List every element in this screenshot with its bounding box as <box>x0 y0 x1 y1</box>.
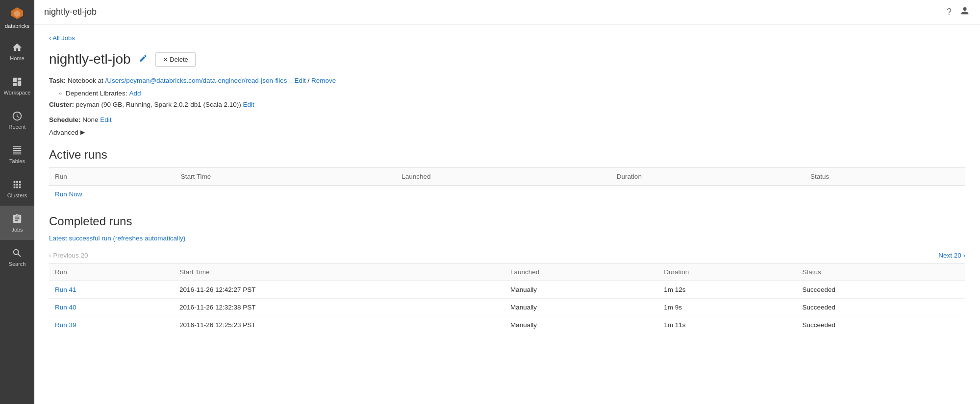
sidebar: databricks Home Workspace Recent Tables … <box>0 0 34 404</box>
sidebar-item-label-jobs: Jobs <box>11 227 23 233</box>
search-icon <box>11 247 23 259</box>
run-now-row: Run Now <box>49 185 965 203</box>
task-separator: – <box>289 77 294 84</box>
pagination: ‹ Previous 20 Next 20 › <box>49 252 965 259</box>
duration-cell: 1m 9s <box>658 298 796 316</box>
topbar: nightly-etl-job ? <box>34 0 980 24</box>
advanced-arrow-icon: ▶ <box>80 129 85 136</box>
comp-col-duration: Duration <box>658 263 796 281</box>
cluster-label: Cluster: <box>49 101 74 108</box>
table-row: Run 39 2016-11-26 12:25:23 PST Manually … <box>49 316 965 333</box>
prev-20-button[interactable]: ‹ Previous 20 <box>49 252 88 259</box>
active-runs-title: Active runs <box>49 148 965 162</box>
run-link[interactable]: Run 41 <box>55 286 76 293</box>
advanced-label: Advanced <box>49 129 78 136</box>
sidebar-item-label-search: Search <box>9 261 26 267</box>
start-time-cell: 2016-11-26 12:42:27 PST <box>174 281 504 298</box>
start-time-cell: 2016-11-26 12:32:38 PST <box>174 298 504 316</box>
help-icon[interactable]: ? <box>947 7 952 17</box>
topbar-title: nightly-etl-job <box>44 7 97 17</box>
sidebar-item-home[interactable]: Home <box>0 34 34 69</box>
comp-col-run: Run <box>49 263 174 281</box>
active-col-start: Start Time <box>175 167 396 185</box>
sidebar-item-workspace[interactable]: Workspace <box>0 69 34 103</box>
task-separator2: / <box>308 77 312 84</box>
main-area: nightly-etl-job ? ‹ All Jobs nightly-etl… <box>34 0 980 404</box>
duration-cell: 1m 12s <box>658 281 796 298</box>
home-icon <box>11 42 23 53</box>
job-edit-icon[interactable] <box>139 54 148 65</box>
schedule-label: Schedule: <box>49 116 81 123</box>
task-path-link[interactable]: /Users/peyman@databricks.com/data-engine… <box>105 77 287 84</box>
workspace-icon <box>11 76 23 88</box>
sidebar-item-label-clusters: Clusters <box>7 192 27 198</box>
active-col-duration: Duration <box>611 167 804 185</box>
schedule-edit-link[interactable]: Edit <box>100 116 111 123</box>
status-cell: Succeeded <box>797 281 965 298</box>
launched-cell: Manually <box>504 281 658 298</box>
sidebar-item-recent[interactable]: Recent <box>0 103 34 137</box>
schedule-text: None <box>82 116 100 123</box>
clusters-icon <box>11 179 23 190</box>
sidebar-item-label-home: Home <box>10 55 24 61</box>
breadcrumb[interactable]: ‹ All Jobs <box>49 34 965 42</box>
sidebar-item-label-workspace: Workspace <box>4 90 31 95</box>
completed-runs-title: Completed runs <box>49 214 965 228</box>
table-row: Run 41 2016-11-26 12:42:27 PST Manually … <box>49 281 965 298</box>
status-cell: Succeeded <box>797 316 965 333</box>
dep-libraries-row: Dependent Libraries: Add <box>59 90 965 97</box>
recent-icon <box>11 110 23 122</box>
active-col-run: Run <box>49 167 175 185</box>
sidebar-item-label-tables: Tables <box>9 158 25 164</box>
cluster-text: peyman (90 GB, Running, Spark 2.0.2-db1 … <box>76 101 243 108</box>
comp-col-start: Start Time <box>174 263 504 281</box>
latest-run-link[interactable]: Latest successful run (refreshes automat… <box>49 235 185 242</box>
active-col-launched: Launched <box>396 167 611 185</box>
topbar-actions: ? <box>947 5 970 19</box>
sidebar-logo[interactable]: databricks <box>0 0 34 34</box>
run-link[interactable]: Run 39 <box>55 321 76 329</box>
tables-icon <box>11 144 23 156</box>
job-header: nightly-etl-job ✕ Delete <box>49 51 965 67</box>
active-runs-table: Run Start Time Launched Duration Status … <box>49 167 965 203</box>
task-remove-link[interactable]: Remove <box>311 77 336 84</box>
task-edit-link[interactable]: Edit <box>295 77 306 84</box>
sidebar-logo-label: databricks <box>5 23 29 29</box>
dep-libraries-add-link[interactable]: Add <box>129 90 141 97</box>
completed-runs-table: Run Start Time Launched Duration Status … <box>49 263 965 333</box>
comp-col-launched: Launched <box>504 263 658 281</box>
task-text: Notebook at <box>68 77 105 84</box>
sidebar-item-tables[interactable]: Tables <box>0 137 34 171</box>
duration-cell: 1m 11s <box>658 316 796 333</box>
content-area: ‹ All Jobs nightly-etl-job ✕ Delete Task… <box>34 24 980 404</box>
schedule-row: Schedule: None Edit <box>49 114 965 126</box>
launched-cell: Manually <box>504 298 658 316</box>
run-link[interactable]: Run 40 <box>55 304 76 311</box>
sidebar-item-jobs[interactable]: Jobs <box>0 206 34 240</box>
start-time-cell: 2016-11-26 12:25:23 PST <box>174 316 504 333</box>
table-row: Run 40 2016-11-26 12:32:38 PST Manually … <box>49 298 965 316</box>
sidebar-item-search[interactable]: Search <box>0 240 34 274</box>
comp-col-status: Status <box>797 263 965 281</box>
status-cell: Succeeded <box>797 298 965 316</box>
job-title: nightly-etl-job <box>49 51 131 67</box>
cluster-edit-link[interactable]: Edit <box>243 101 254 108</box>
user-icon[interactable] <box>959 5 970 19</box>
advanced-row[interactable]: Advanced ▶ <box>49 129 965 136</box>
job-task-row: Task: Notebook at /Users/peyman@databric… <box>49 75 965 87</box>
launched-cell: Manually <box>504 316 658 333</box>
run-now-link[interactable]: Run Now <box>55 190 82 198</box>
active-col-status: Status <box>804 167 965 185</box>
dep-libraries-label: Dependent Libraries: <box>66 90 127 97</box>
sidebar-item-clusters[interactable]: Clusters <box>0 171 34 206</box>
jobs-icon <box>11 213 23 225</box>
delete-button[interactable]: ✕ Delete <box>155 52 196 67</box>
task-label: Task: <box>49 77 66 84</box>
cluster-row: Cluster: peyman (90 GB, Running, Spark 2… <box>49 99 965 111</box>
sidebar-item-label-recent: Recent <box>9 124 26 130</box>
next-20-button[interactable]: Next 20 › <box>938 252 965 259</box>
